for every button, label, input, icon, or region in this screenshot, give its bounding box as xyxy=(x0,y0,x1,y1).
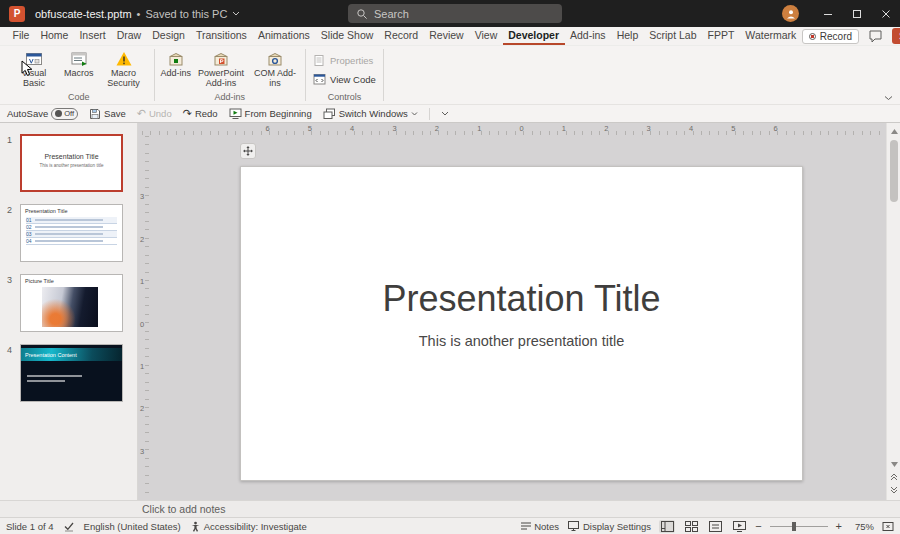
collapse-ribbon-chevron[interactable] xyxy=(884,95,893,101)
tab-slide-show[interactable]: Slide Show xyxy=(315,27,379,45)
tab-draw[interactable]: Draw xyxy=(111,27,147,45)
record-button[interactable]: Record xyxy=(802,29,859,44)
document-title[interactable]: obfuscate-test.pptm • Saved to this PC xyxy=(35,8,240,20)
display-settings-label: Display Settings xyxy=(583,521,651,532)
status-bar: Slide 1 of 4 English (United States) Acc… xyxy=(0,517,900,534)
ruler-number: 1 xyxy=(140,362,144,371)
row-number: 02 xyxy=(26,224,32,230)
add-ins-icon xyxy=(167,50,185,68)
language-indicator[interactable]: English (United States) xyxy=(84,521,181,532)
row-number: 03 xyxy=(26,231,32,237)
visual-basic-button[interactable]: Visual Basic xyxy=(7,48,61,90)
slide-sorter-view-button[interactable] xyxy=(683,520,699,533)
customize-toolbar-chevron[interactable] xyxy=(441,111,449,116)
zoom-in-button[interactable]: + xyxy=(836,521,842,532)
ruler-number: 2 xyxy=(140,235,144,244)
maximize-button[interactable] xyxy=(842,0,871,27)
slide-2-preview: Presentation Title 01 02 03 04 xyxy=(20,204,123,262)
scrollbar-thumb[interactable] xyxy=(890,140,898,202)
display-settings-icon xyxy=(567,520,580,532)
view-code-button[interactable]: View Code xyxy=(313,73,376,86)
tab-insert[interactable]: Insert xyxy=(74,27,111,45)
zoom-out-button[interactable]: − xyxy=(755,521,761,532)
ribbon-group-label-code: Code xyxy=(7,92,151,103)
com-add-ins-button[interactable]: COM Add-ins xyxy=(248,48,302,90)
tab-fppt[interactable]: FPPT xyxy=(702,27,740,45)
spell-check-icon[interactable] xyxy=(63,520,75,532)
ribbon-group-label-controls: Controls xyxy=(309,92,380,103)
slide-thumbnail-3[interactable]: 3 Picture Title xyxy=(20,274,123,332)
group-divider xyxy=(305,49,306,101)
slide-4-preview: Presentation Content xyxy=(20,344,123,402)
slide-subtitle-text[interactable]: This is another presentation title xyxy=(241,333,802,349)
properties-button[interactable]: Properties xyxy=(313,54,376,67)
slide-thumbnail-panel: 1 Presentation Title This is another pre… xyxy=(0,123,138,500)
slide-thumbnail-2[interactable]: 2 Presentation Title 01 02 03 04 xyxy=(20,204,123,262)
ruler-number: 1 xyxy=(477,124,481,133)
powerpoint-add-ins-button[interactable]: PowerPoint Add-ins xyxy=(194,48,248,90)
user-avatar[interactable] xyxy=(782,5,799,22)
macros-button[interactable]: Macros xyxy=(61,48,97,81)
slide-thumbnail-4[interactable]: 4 Presentation Content xyxy=(20,344,123,402)
add-ins-button[interactable]: Add-ins xyxy=(158,48,195,81)
tab-animations[interactable]: Animations xyxy=(252,27,315,45)
properties-icon xyxy=(313,54,326,67)
tab-home[interactable]: Home xyxy=(35,27,74,45)
from-beginning-button[interactable]: From Beginning xyxy=(229,107,312,120)
accessibility-status[interactable]: Accessibility: Investigate xyxy=(190,521,307,532)
close-button[interactable] xyxy=(871,0,900,27)
search-placeholder: Search xyxy=(374,8,409,20)
slide-thumbnail-1[interactable]: 1 Presentation Title This is another pre… xyxy=(20,134,123,192)
display-settings-button[interactable]: Display Settings xyxy=(567,520,651,532)
ruler-number: 4 xyxy=(350,124,354,133)
ribbon-tab-bar: File Home Insert Draw Design Transitions… xyxy=(0,27,900,46)
tab-watermark[interactable]: Watermark xyxy=(740,27,802,45)
slide-title-text[interactable]: Presentation Title xyxy=(241,277,802,321)
zoom-slider-thumb[interactable] xyxy=(792,522,796,531)
table-row: 01 xyxy=(26,217,117,224)
tab-review[interactable]: Review xyxy=(424,27,469,45)
move-tool-icon[interactable] xyxy=(240,143,256,159)
search-input[interactable]: Search xyxy=(348,4,562,23)
undo-button[interactable]: ↶ Undo xyxy=(137,108,172,119)
tab-script-lab[interactable]: Script Lab xyxy=(644,27,702,45)
ribbon-group-label-add-ins: Add-ins xyxy=(158,92,303,103)
save-icon xyxy=(89,108,101,120)
tab-add-ins[interactable]: Add-ins xyxy=(565,27,612,45)
zoom-slider[interactable] xyxy=(770,521,828,532)
tab-view[interactable]: View xyxy=(469,27,503,45)
notes-toggle-label: Notes xyxy=(534,521,559,532)
tab-file[interactable]: File xyxy=(7,27,35,45)
redo-button[interactable]: ↷ Redo xyxy=(183,108,218,119)
text-placeholder-bar xyxy=(27,375,82,377)
share-button[interactable]: Share xyxy=(892,28,900,44)
slide-canvas[interactable]: Presentation Title This is another prese… xyxy=(240,166,803,481)
comments-icon[interactable] xyxy=(868,29,883,43)
tab-record[interactable]: Record xyxy=(379,27,424,45)
fit-slide-to-window-button[interactable] xyxy=(882,521,894,532)
normal-view-button[interactable] xyxy=(659,520,675,533)
notes-toggle-button[interactable]: Notes xyxy=(521,521,559,532)
macro-security-button[interactable]: Macro Security xyxy=(97,48,151,90)
tab-developer[interactable]: Developer xyxy=(503,27,565,45)
minimize-button[interactable] xyxy=(813,0,842,27)
titlebar-controls xyxy=(782,0,900,27)
scroll-down-arrow[interactable] xyxy=(887,458,900,470)
save-button[interactable]: Save xyxy=(89,108,126,120)
autosave-toggle[interactable]: AutoSave Off xyxy=(7,108,78,120)
com-add-ins-label: COM Add-ins xyxy=(251,69,299,88)
tab-transitions[interactable]: Transitions xyxy=(190,27,252,45)
previous-slide-button[interactable] xyxy=(887,471,900,483)
reading-view-button[interactable] xyxy=(707,520,723,533)
scroll-up-arrow[interactable] xyxy=(887,125,900,137)
tab-help[interactable]: Help xyxy=(611,27,644,45)
zoom-level[interactable]: 75% xyxy=(850,521,874,532)
next-slide-button[interactable] xyxy=(887,484,900,496)
slide-show-button[interactable] xyxy=(731,520,747,533)
powerpoint-app-icon[interactable]: P xyxy=(9,6,25,22)
vertical-scrollbar[interactable] xyxy=(886,123,900,500)
switch-windows-button[interactable]: Switch Windows xyxy=(323,108,418,120)
notes-placeholder[interactable]: Click to add notes xyxy=(0,503,225,515)
ruler-number: 2 xyxy=(435,124,439,133)
tab-design[interactable]: Design xyxy=(147,27,191,45)
